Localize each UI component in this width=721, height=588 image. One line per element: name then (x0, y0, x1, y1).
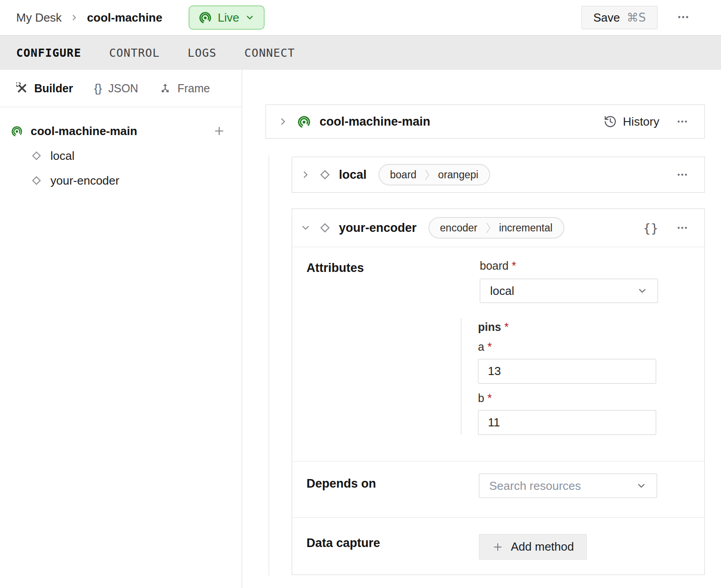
plus-icon (492, 541, 504, 553)
section-divider (292, 517, 704, 518)
view-mode-builder-label: Builder (34, 82, 73, 95)
tree-item-your-encoder[interactable]: your-encoder (0, 169, 242, 192)
live-status-dropdown[interactable]: Live (189, 5, 265, 30)
save-button[interactable]: Save ⌘S (581, 6, 658, 29)
machine-part-card: cool-machine-main History (266, 104, 705, 139)
required-marker: * (504, 321, 509, 333)
pins-group-label: pins* (478, 321, 509, 334)
depends-on-select[interactable]: Search resources (479, 474, 657, 498)
tab-configure[interactable]: CONFIGURE (16, 46, 81, 59)
tab-logs[interactable]: LOGS (188, 46, 216, 59)
required-marker: * (487, 340, 492, 353)
tree-item-label: cool-machine-main (31, 124, 137, 138)
your-encoder-card: your-encoder encoder incremental {} Attr… (292, 208, 705, 575)
history-icon (604, 115, 617, 128)
diamond-icon (30, 149, 43, 162)
view-mode-switcher: Builder {} JSON Frame (0, 70, 242, 107)
breadcrumb-current: cool-machine (87, 11, 162, 25)
depends-on-section-label: Depends on (306, 477, 376, 491)
pin-a-input[interactable] (478, 359, 656, 384)
collapse-chevron-down-icon[interactable] (300, 222, 311, 233)
tools-icon (16, 82, 28, 94)
app-header: My Desk cool-machine Live Save ⌘S (0, 0, 721, 35)
attributes-section-label: Attributes (306, 261, 364, 275)
tree-indent-guide (269, 155, 269, 575)
chevron-down-icon (637, 285, 648, 296)
pin-b-input[interactable] (478, 410, 656, 435)
your-encoder-card-header: your-encoder encoder incremental {} (292, 209, 704, 247)
component-model: incremental (499, 222, 553, 234)
header-overflow-menu-button[interactable] (674, 11, 692, 23)
tree-item-machine-part[interactable]: cool-machine-main (0, 120, 242, 142)
data-capture-section-label: Data capture (306, 536, 380, 550)
diamond-icon (318, 168, 332, 181)
view-mode-builder[interactable]: Builder (16, 82, 73, 95)
live-machine-icon (11, 125, 23, 137)
history-label: History (623, 115, 659, 129)
depends-on-placeholder: Search resources (489, 479, 581, 493)
configure-sidebar: Builder {} JSON Frame cool-machine-main (0, 70, 242, 588)
component-menu-button[interactable] (674, 222, 691, 234)
component-menu-button[interactable] (674, 169, 691, 181)
badge-separator-icon (486, 221, 491, 235)
resource-tree: cool-machine-main local your-encoder (0, 107, 242, 192)
braces-icon: {} (94, 82, 102, 94)
machine-tab-bar: CONFIGURE CONTROL LOGS CONNECT (0, 35, 721, 70)
component-title: your-encoder (339, 221, 417, 235)
machine-part-menu-button[interactable] (674, 116, 691, 127)
tree-item-label: local (50, 149, 74, 163)
board-select[interactable]: local (480, 279, 658, 303)
view-mode-frame[interactable]: Frame (159, 82, 210, 95)
tree-item-local[interactable]: local (0, 145, 242, 167)
tree-item-label: your-encoder (50, 174, 119, 188)
section-divider (292, 461, 704, 461)
badge-separator-icon (424, 168, 430, 181)
live-machine-icon (297, 115, 311, 129)
component-type: board (390, 169, 417, 181)
save-shortcut: ⌘S (626, 11, 646, 24)
tab-connect[interactable]: CONNECT (244, 46, 295, 59)
expand-chevron-right-icon[interactable] (300, 169, 311, 180)
component-type: encoder (440, 222, 478, 234)
breadcrumb: My Desk cool-machine (16, 11, 162, 25)
diamond-icon (30, 174, 43, 187)
pin-b-field-label: b* (478, 392, 492, 405)
view-mode-json-label: JSON (108, 82, 139, 95)
chevron-down-icon (636, 480, 647, 491)
configure-main-panel: cool-machine-main History local board (242, 70, 721, 588)
required-marker: * (487, 392, 492, 404)
live-machine-icon (198, 11, 212, 24)
frame-axes-icon (159, 82, 171, 94)
component-title: local (339, 168, 367, 182)
chevron-down-icon (245, 13, 255, 23)
machine-part-title: cool-machine-main (320, 115, 430, 129)
breadcrumb-separator-icon (70, 13, 79, 22)
live-status-label: Live (218, 11, 239, 25)
add-component-button[interactable] (213, 125, 225, 137)
tab-control[interactable]: CONTROL (109, 46, 159, 59)
component-type-badge: board orangepi (379, 164, 490, 185)
pin-a-field-label: a* (478, 340, 492, 353)
required-marker: * (512, 259, 516, 272)
view-mode-frame-label: Frame (177, 82, 210, 95)
expand-chevron-right-icon[interactable] (278, 116, 288, 127)
save-button-label: Save (593, 11, 620, 25)
component-type-badge: encoder incremental (428, 217, 564, 239)
board-field-label: board* (480, 259, 516, 272)
add-method-label: Add method (511, 540, 574, 554)
breadcrumb-parent-link[interactable]: My Desk (16, 11, 62, 25)
board-select-value: local (490, 284, 514, 298)
component-model: orangepi (438, 169, 478, 181)
view-mode-json[interactable]: {} JSON (94, 82, 138, 95)
add-method-button[interactable]: Add method (479, 534, 587, 560)
edit-json-button[interactable]: {} (643, 221, 658, 235)
diamond-icon (318, 221, 332, 235)
local-board-card: local board orangepi (292, 157, 705, 193)
pins-group-indent-guide (461, 318, 461, 434)
history-button[interactable]: History (604, 115, 659, 129)
